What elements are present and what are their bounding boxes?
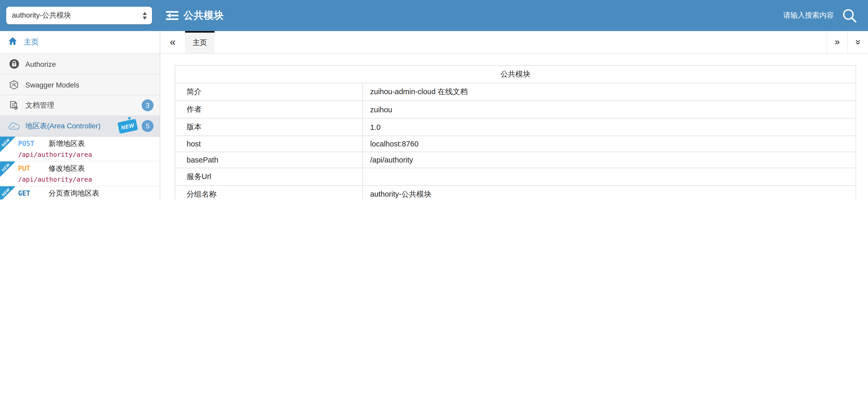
row-label: 作者	[175, 101, 363, 118]
sidebar-item-label: 文档管理	[25, 101, 54, 110]
endpoint-name: 分页查询地区表	[49, 189, 99, 198]
endpoint-path: /api/authority/area	[18, 175, 160, 183]
page-title: 公共模块	[184, 9, 224, 22]
search-icon[interactable]	[842, 8, 857, 23]
models-icon	[8, 80, 20, 90]
top-bar: authority-公共模块 公共模块 请输入搜索内容	[0, 0, 868, 31]
method-label: POST	[18, 140, 42, 147]
row-label: host	[175, 136, 363, 152]
new-ribbon: NEW	[0, 186, 16, 200]
group-select-value: authority-公共模块	[12, 11, 71, 20]
table-row: basePath /api/authority	[175, 152, 856, 168]
group-select[interactable]: authority-公共模块	[6, 7, 152, 24]
table-row: host localhost:8760	[175, 136, 856, 152]
sidebar-item-home[interactable]: 主页	[0, 31, 160, 54]
table-title: 公共模块	[175, 65, 856, 83]
sidebar-item-label: Authorize	[25, 60, 56, 68]
home-icon	[8, 36, 18, 48]
new-ribbon: NEW	[0, 137, 16, 152]
row-label: 简介	[175, 83, 363, 101]
table-row: 作者 zuihou	[175, 101, 856, 118]
cloud-api-icon: API	[8, 121, 20, 131]
row-label: 版本	[175, 118, 363, 136]
row-value: zuihou-admin-cloud 在线文档	[363, 83, 856, 101]
sidebar-item-swagger-models[interactable]: Swagger Models	[0, 75, 160, 95]
sidebar: 主页 Authorize	[0, 31, 160, 200]
sidebar-item-label: Swagger Models	[25, 81, 80, 89]
lock-icon	[8, 58, 20, 69]
sidebar-controller-area[interactable]: API 地区表(Area Controller) NEW 5	[0, 116, 160, 137]
table-row: 简介 zuihou-admin-cloud 在线文档	[175, 83, 856, 101]
tabbar-spacer	[215, 31, 827, 53]
method-label: GET	[18, 190, 42, 197]
tabs-expand-down-icon[interactable]: «	[847, 31, 868, 53]
row-value	[363, 168, 856, 186]
search-area: 请输入搜索内容	[783, 8, 857, 23]
count-badge: 5	[142, 120, 154, 132]
sidebar-menu: 主页 Authorize	[0, 31, 160, 200]
endpoint-path: /api/authority/area	[18, 151, 160, 159]
sidebar-item-label: 地区表(Area Controller)	[25, 121, 100, 131]
row-value: localhost:8760	[363, 136, 856, 152]
endpoint-list: NEW POST 新增地区表 /api/authority/area NEW P…	[0, 137, 160, 200]
select-spinner-icon	[143, 12, 147, 20]
row-value: zuihou	[363, 101, 856, 118]
search-input[interactable]: 请输入搜索内容	[783, 11, 834, 20]
endpoint-name: 新增地区表	[49, 139, 85, 148]
count-badge: 3	[142, 99, 154, 111]
content-panel: 公共模块 简介 zuihou-admin-cloud 在线文档 作者 zuiho…	[160, 54, 868, 200]
method-label: PUT	[18, 165, 42, 172]
row-value: authority-公共模块	[363, 186, 856, 200]
sidebar-item-label: 主页	[24, 37, 39, 47]
endpoint-update-area[interactable]: NEW PUT 修改地区表 /api/authority/area	[0, 162, 160, 186]
endpoint-name: 修改地区表	[49, 164, 85, 173]
tabs-scroll-left-icon[interactable]: «	[160, 31, 185, 53]
new-tag: NEW	[117, 118, 138, 134]
row-label: 分组名称	[175, 186, 363, 200]
tab-home[interactable]: 主页	[185, 31, 215, 53]
svg-text:API: API	[11, 125, 15, 128]
tab-bar: « 主页 » «	[160, 31, 868, 54]
sidebar-item-doc-manage[interactable]: 文档管理 3	[0, 95, 160, 116]
endpoint-add-area[interactable]: NEW POST 新增地区表 /api/authority/area	[0, 137, 160, 162]
row-label: 服务Url	[175, 168, 363, 186]
new-ribbon: NEW	[0, 162, 16, 177]
row-value: /api/authority	[363, 152, 856, 168]
swagger-doc-page: authority-公共模块 公共模块 请输入搜索内容	[0, 0, 868, 200]
table-row: 分组名称 authority-公共模块	[175, 186, 856, 200]
table-row: 版本 1.0	[175, 118, 856, 136]
row-label: basePath	[175, 152, 363, 168]
sidebar-item-authorize[interactable]: Authorize	[0, 54, 160, 75]
menu-fold-icon[interactable]	[166, 10, 178, 21]
module-info-table: 公共模块 简介 zuihou-admin-cloud 在线文档 作者 zuiho…	[175, 65, 856, 200]
doc-gear-icon	[8, 100, 20, 111]
row-value: 1.0	[363, 118, 856, 136]
endpoint-page-query-area[interactable]: NEW GET 分页查询地区表 /api/authority/area/page	[0, 186, 160, 200]
tabs-scroll-right-icon[interactable]: »	[827, 31, 847, 53]
main-area: « 主页 » « 公共模块 简介 zuihou-admin-cloud 在线文档…	[160, 31, 868, 200]
table-row: 服务Url	[175, 168, 856, 186]
